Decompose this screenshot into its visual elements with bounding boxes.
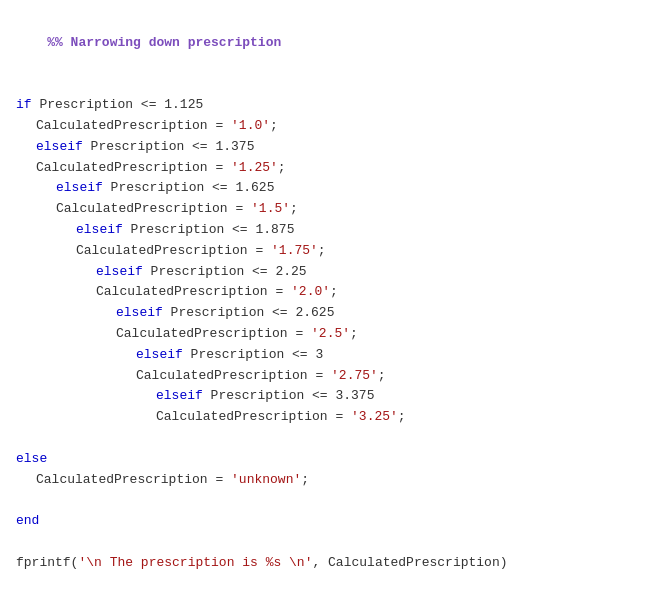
code-text: CalculatedPrescription = <box>36 472 231 487</box>
string-value: '3.25' <box>351 409 398 424</box>
code-text: fprintf( <box>16 555 78 570</box>
code-text: , CalculatedPrescription) <box>312 555 507 570</box>
keyword: if <box>16 97 32 112</box>
keyword: elseif <box>136 347 183 362</box>
code-text: CalculatedPrescription = <box>36 118 231 133</box>
string-value: '2.0' <box>291 284 330 299</box>
code-text: Prescription <= 1.875 <box>123 222 295 237</box>
code-line: elseif Prescription <= 2.625 <box>16 303 652 324</box>
keyword: elseif <box>96 264 143 279</box>
keyword: else <box>16 451 47 466</box>
code-text: CalculatedPrescription = <box>36 160 231 175</box>
code-line: elseif Prescription <= 3 <box>16 345 652 366</box>
code-text: Prescription <= 2.625 <box>163 305 335 320</box>
code-line: elseif Prescription <= 2.25 <box>16 262 652 283</box>
string-value: '2.75' <box>331 368 378 383</box>
keyword: elseif <box>76 222 123 237</box>
comment-text: %% Narrowing down prescription <box>47 35 281 50</box>
code-line: fprintf('\n The prescription is %s \n', … <box>16 553 652 574</box>
code-line: CalculatedPrescription = '1.25'; <box>16 158 652 179</box>
code-line: elseif Prescription <= 3.375 <box>16 386 652 407</box>
code-text: Prescription <= 2.25 <box>143 264 307 279</box>
code-line: elseif Prescription <= 1.875 <box>16 220 652 241</box>
code-text: CalculatedPrescription = <box>136 368 331 383</box>
code-text: ; <box>350 326 358 341</box>
code-text: ; <box>301 472 309 487</box>
string-value: '2.5' <box>311 326 350 341</box>
keyword: end <box>16 513 39 528</box>
code-line: CalculatedPrescription = '1.5'; <box>16 199 652 220</box>
code-text: CalculatedPrescription = <box>56 201 251 216</box>
code-text: ; <box>290 201 298 216</box>
keyword: elseif <box>36 139 83 154</box>
code-text: ; <box>378 368 386 383</box>
string-value: '\n The prescription is %s \n' <box>78 555 312 570</box>
code-line: CalculatedPrescription = '2.0'; <box>16 282 652 303</box>
code-line: elseif Prescription <= 1.375 <box>16 137 652 158</box>
code-text: Prescription <= 1.375 <box>83 139 255 154</box>
string-value: '1.5' <box>251 201 290 216</box>
code-text: CalculatedPrescription = <box>76 243 271 258</box>
code-text: Prescription <= 1.125 <box>32 97 204 112</box>
string-value: '1.0' <box>231 118 270 133</box>
code-line: CalculatedPrescription = '3.25'; <box>16 407 652 428</box>
code-text: Prescription <= 1.625 <box>103 180 275 195</box>
keyword: elseif <box>116 305 163 320</box>
string-value: '1.75' <box>271 243 318 258</box>
code-text: Prescription <= 3 <box>183 347 323 362</box>
comment-line: %% Narrowing down prescription <box>16 12 652 74</box>
code-text: ; <box>330 284 338 299</box>
code-line: end <box>16 511 652 532</box>
blank-line-3 <box>16 490 652 511</box>
code-line: CalculatedPrescription = '1.0'; <box>16 116 652 137</box>
code-line: CalculatedPrescription = '1.75'; <box>16 241 652 262</box>
string-value: 'unknown' <box>231 472 301 487</box>
blank-line-2 <box>16 428 652 449</box>
code-text: CalculatedPrescription = <box>116 326 311 341</box>
keyword: elseif <box>56 180 103 195</box>
code-text: ; <box>270 118 278 133</box>
code-line: else <box>16 449 652 470</box>
code-container: %% Narrowing down prescription if Prescr… <box>0 0 668 600</box>
keyword: elseif <box>156 388 203 403</box>
code-line: if Prescription <= 1.125 <box>16 95 652 116</box>
code-line: elseif Prescription <= 1.625 <box>16 178 652 199</box>
blank-line-1 <box>16 74 652 95</box>
blank-line-4 <box>16 532 652 553</box>
code-text: ; <box>318 243 326 258</box>
code-line: CalculatedPrescription = 'unknown'; <box>16 470 652 491</box>
code-text: CalculatedPrescription = <box>156 409 351 424</box>
string-value: '1.25' <box>231 160 278 175</box>
code-text: CalculatedPrescription = <box>96 284 291 299</box>
code-text: ; <box>278 160 286 175</box>
code-line: CalculatedPrescription = '2.75'; <box>16 366 652 387</box>
code-text: ; <box>398 409 406 424</box>
code-text: Prescription <= 3.375 <box>203 388 375 403</box>
code-line: CalculatedPrescription = '2.5'; <box>16 324 652 345</box>
